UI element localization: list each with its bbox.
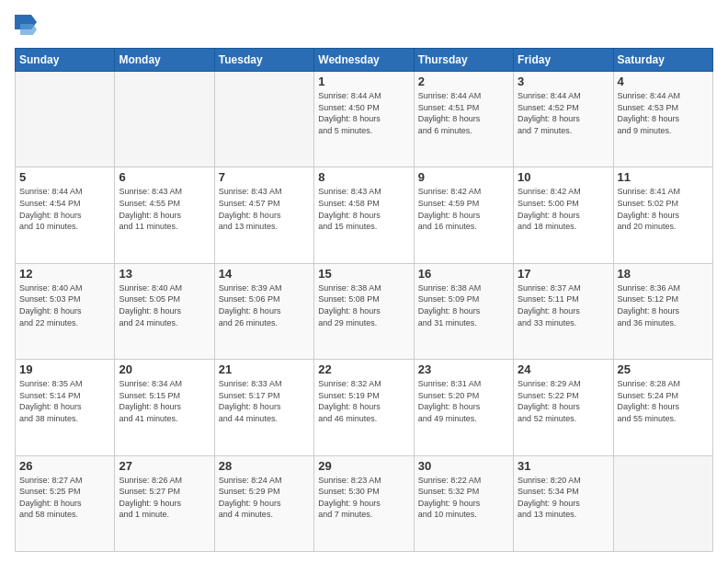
calendar-cell: 28Sunrise: 8:24 AM Sunset: 5:29 PM Dayli…	[214, 455, 313, 551]
logo-icon	[15, 15, 37, 40]
weekday-header-wednesday: Wednesday	[314, 49, 414, 72]
calendar-cell: 8Sunrise: 8:43 AM Sunset: 4:58 PM Daylig…	[314, 167, 414, 263]
calendar-table: SundayMondayTuesdayWednesdayThursdayFrid…	[15, 48, 713, 552]
day-number: 6	[119, 170, 210, 184]
day-number: 7	[219, 170, 310, 184]
calendar-cell: 13Sunrise: 8:40 AM Sunset: 5:05 PM Dayli…	[115, 263, 214, 359]
calendar-cell: 23Sunrise: 8:31 AM Sunset: 5:20 PM Dayli…	[414, 360, 513, 455]
day-info: Sunrise: 8:42 AM Sunset: 4:59 PM Dayligh…	[418, 186, 509, 232]
week-row-0: 1Sunrise: 8:44 AM Sunset: 4:50 PM Daylig…	[16, 72, 713, 167]
calendar-cell: 3Sunrise: 8:44 AM Sunset: 4:52 PM Daylig…	[514, 72, 613, 167]
week-row-2: 12Sunrise: 8:40 AM Sunset: 5:03 PM Dayli…	[16, 263, 713, 359]
header	[15, 15, 713, 40]
calendar-cell: 27Sunrise: 8:26 AM Sunset: 5:27 PM Dayli…	[115, 455, 214, 551]
day-info: Sunrise: 8:34 AM Sunset: 5:15 PM Dayligh…	[119, 378, 210, 424]
logo	[15, 15, 40, 40]
weekday-header-tuesday: Tuesday	[214, 49, 313, 72]
day-info: Sunrise: 8:38 AM Sunset: 5:08 PM Dayligh…	[318, 282, 409, 328]
day-number: 4	[618, 75, 709, 88]
day-info: Sunrise: 8:23 AM Sunset: 5:30 PM Dayligh…	[318, 475, 409, 521]
day-number: 11	[618, 170, 709, 184]
calendar-cell: 4Sunrise: 8:44 AM Sunset: 4:53 PM Daylig…	[613, 72, 712, 167]
week-row-1: 5Sunrise: 8:44 AM Sunset: 4:54 PM Daylig…	[16, 167, 713, 263]
day-number: 31	[518, 459, 609, 473]
calendar-cell	[613, 455, 712, 551]
day-info: Sunrise: 8:40 AM Sunset: 5:05 PM Dayligh…	[119, 282, 210, 328]
day-number: 25	[618, 362, 709, 376]
calendar-cell: 10Sunrise: 8:42 AM Sunset: 5:00 PM Dayli…	[514, 167, 613, 263]
day-number: 3	[518, 75, 609, 88]
calendar-cell: 17Sunrise: 8:37 AM Sunset: 5:11 PM Dayli…	[514, 263, 613, 359]
day-info: Sunrise: 8:43 AM Sunset: 4:55 PM Dayligh…	[119, 186, 210, 232]
svg-marker-1	[20, 24, 37, 35]
week-row-3: 19Sunrise: 8:35 AM Sunset: 5:14 PM Dayli…	[16, 360, 713, 455]
day-info: Sunrise: 8:20 AM Sunset: 5:34 PM Dayligh…	[518, 475, 609, 521]
calendar-header: SundayMondayTuesdayWednesdayThursdayFrid…	[16, 49, 713, 72]
day-number: 16	[418, 267, 509, 281]
day-info: Sunrise: 8:37 AM Sunset: 5:11 PM Dayligh…	[518, 282, 609, 328]
day-number: 22	[318, 362, 409, 376]
day-number: 1	[318, 75, 409, 88]
calendar-body: 1Sunrise: 8:44 AM Sunset: 4:50 PM Daylig…	[16, 72, 713, 552]
calendar-cell: 9Sunrise: 8:42 AM Sunset: 4:59 PM Daylig…	[414, 167, 513, 263]
day-info: Sunrise: 8:42 AM Sunset: 5:00 PM Dayligh…	[518, 186, 609, 232]
calendar-cell: 30Sunrise: 8:22 AM Sunset: 5:32 PM Dayli…	[414, 455, 513, 551]
day-number: 26	[19, 459, 110, 473]
day-info: Sunrise: 8:32 AM Sunset: 5:19 PM Dayligh…	[318, 378, 409, 424]
calendar-cell	[115, 72, 214, 167]
day-number: 18	[618, 267, 709, 281]
day-number: 23	[418, 362, 509, 376]
day-number: 12	[19, 267, 110, 281]
day-info: Sunrise: 8:43 AM Sunset: 4:58 PM Dayligh…	[318, 186, 409, 232]
day-info: Sunrise: 8:43 AM Sunset: 4:57 PM Dayligh…	[219, 186, 310, 232]
calendar-cell: 11Sunrise: 8:41 AM Sunset: 5:02 PM Dayli…	[613, 167, 712, 263]
day-info: Sunrise: 8:44 AM Sunset: 4:50 PM Dayligh…	[318, 90, 409, 136]
day-number: 17	[518, 267, 609, 281]
calendar-cell: 12Sunrise: 8:40 AM Sunset: 5:03 PM Dayli…	[16, 263, 115, 359]
day-info: Sunrise: 8:44 AM Sunset: 4:54 PM Dayligh…	[19, 186, 110, 232]
day-info: Sunrise: 8:39 AM Sunset: 5:06 PM Dayligh…	[219, 282, 310, 328]
day-number: 24	[518, 362, 609, 376]
calendar-cell: 19Sunrise: 8:35 AM Sunset: 5:14 PM Dayli…	[16, 360, 115, 455]
day-info: Sunrise: 8:41 AM Sunset: 5:02 PM Dayligh…	[618, 186, 709, 232]
day-number: 10	[518, 170, 609, 184]
calendar-cell: 21Sunrise: 8:33 AM Sunset: 5:17 PM Dayli…	[214, 360, 313, 455]
day-info: Sunrise: 8:27 AM Sunset: 5:25 PM Dayligh…	[19, 475, 110, 521]
day-number: 19	[19, 362, 110, 376]
weekday-header-saturday: Saturday	[613, 49, 712, 72]
day-info: Sunrise: 8:24 AM Sunset: 5:29 PM Dayligh…	[219, 475, 310, 521]
calendar-cell: 6Sunrise: 8:43 AM Sunset: 4:55 PM Daylig…	[115, 167, 214, 263]
weekday-row: SundayMondayTuesdayWednesdayThursdayFrid…	[16, 49, 713, 72]
calendar-cell: 14Sunrise: 8:39 AM Sunset: 5:06 PM Dayli…	[214, 263, 313, 359]
day-number: 27	[119, 459, 210, 473]
calendar-cell	[214, 72, 313, 167]
calendar-cell	[16, 72, 115, 167]
day-number: 2	[418, 75, 509, 88]
day-info: Sunrise: 8:22 AM Sunset: 5:32 PM Dayligh…	[418, 475, 509, 521]
day-number: 8	[318, 170, 409, 184]
calendar-cell: 1Sunrise: 8:44 AM Sunset: 4:50 PM Daylig…	[314, 72, 414, 167]
calendar-cell: 18Sunrise: 8:36 AM Sunset: 5:12 PM Dayli…	[613, 263, 712, 359]
weekday-header-sunday: Sunday	[16, 49, 115, 72]
day-info: Sunrise: 8:33 AM Sunset: 5:17 PM Dayligh…	[219, 378, 310, 424]
day-info: Sunrise: 8:26 AM Sunset: 5:27 PM Dayligh…	[119, 475, 210, 521]
day-info: Sunrise: 8:35 AM Sunset: 5:14 PM Dayligh…	[19, 378, 110, 424]
day-info: Sunrise: 8:38 AM Sunset: 5:09 PM Dayligh…	[418, 282, 509, 328]
calendar-cell: 25Sunrise: 8:28 AM Sunset: 5:24 PM Dayli…	[613, 360, 712, 455]
calendar-cell: 16Sunrise: 8:38 AM Sunset: 5:09 PM Dayli…	[414, 263, 513, 359]
day-info: Sunrise: 8:44 AM Sunset: 4:51 PM Dayligh…	[418, 90, 509, 136]
calendar-cell: 5Sunrise: 8:44 AM Sunset: 4:54 PM Daylig…	[16, 167, 115, 263]
weekday-header-thursday: Thursday	[414, 49, 513, 72]
day-number: 5	[19, 170, 110, 184]
calendar-cell: 15Sunrise: 8:38 AM Sunset: 5:08 PM Dayli…	[314, 263, 414, 359]
day-info: Sunrise: 8:36 AM Sunset: 5:12 PM Dayligh…	[618, 282, 709, 328]
day-info: Sunrise: 8:44 AM Sunset: 4:53 PM Dayligh…	[618, 90, 709, 136]
day-info: Sunrise: 8:40 AM Sunset: 5:03 PM Dayligh…	[19, 282, 110, 328]
calendar-cell: 20Sunrise: 8:34 AM Sunset: 5:15 PM Dayli…	[115, 360, 214, 455]
day-info: Sunrise: 8:29 AM Sunset: 5:22 PM Dayligh…	[518, 378, 609, 424]
calendar-cell: 29Sunrise: 8:23 AM Sunset: 5:30 PM Dayli…	[314, 455, 414, 551]
page: SundayMondayTuesdayWednesdayThursdayFrid…	[0, 0, 728, 563]
week-row-4: 26Sunrise: 8:27 AM Sunset: 5:25 PM Dayli…	[16, 455, 713, 551]
day-number: 29	[318, 459, 409, 473]
weekday-header-monday: Monday	[115, 49, 214, 72]
